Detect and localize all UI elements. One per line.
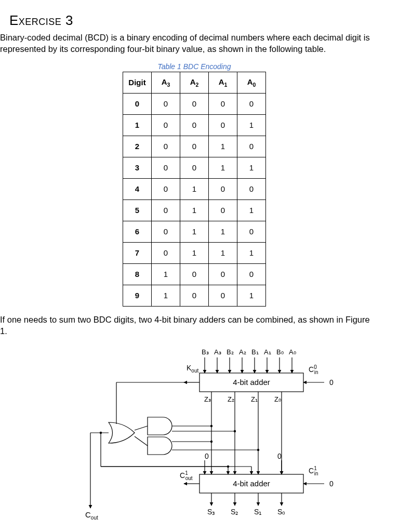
cell-a1: 1 bbox=[209, 157, 237, 178]
cell-digit: 6 bbox=[123, 221, 152, 242]
cell-a0: 1 bbox=[237, 242, 266, 263]
cell-a1: 0 bbox=[209, 263, 237, 285]
z-label: Z₀ bbox=[274, 395, 281, 403]
cell-a0: 0 bbox=[237, 263, 266, 285]
top-input-label: A₀ bbox=[289, 348, 296, 356]
z-label: Z₁ bbox=[251, 395, 258, 403]
cell-a0: 0 bbox=[237, 93, 266, 114]
svg-line-27 bbox=[135, 436, 148, 446]
cell-a3: 0 bbox=[152, 242, 180, 263]
bcd-adder-diagram: 4-bit adder B₃A₃B₂A₂B₁A₁B₀A₀ Kout C0in 0… bbox=[49, 342, 340, 529]
table-row: 50101 bbox=[123, 200, 266, 221]
svg-point-31 bbox=[234, 430, 236, 432]
cell-a2: 0 bbox=[180, 285, 209, 306]
bcd-table: Digit A3 A2 A1 A0 0000010001200103001140… bbox=[123, 72, 266, 307]
cell-a1: 0 bbox=[209, 114, 237, 136]
z-label: Z₃ bbox=[204, 395, 211, 403]
cell-digit: 9 bbox=[123, 285, 152, 306]
top-input-label: B₃ bbox=[202, 348, 209, 356]
col-a2: A2 bbox=[180, 72, 209, 93]
exercise-title: Exercise 3 bbox=[9, 12, 389, 29]
col-a0: A0 bbox=[237, 72, 266, 93]
table-row: 70111 bbox=[123, 242, 266, 263]
cell-a1: 1 bbox=[209, 136, 237, 157]
cell-a2: 1 bbox=[180, 178, 209, 200]
cell-a0: 0 bbox=[237, 136, 266, 157]
table-caption: Table 1 BDC Encoding bbox=[0, 62, 389, 71]
s-label: S₃ bbox=[207, 508, 215, 516]
s-label: S₁ bbox=[254, 508, 262, 516]
top-input-label: B₂ bbox=[227, 348, 234, 356]
cin1-zero: 0 bbox=[329, 480, 334, 488]
cell-a1: 0 bbox=[209, 178, 237, 200]
svg-point-35 bbox=[257, 449, 259, 451]
table-row: 20010 bbox=[123, 136, 266, 157]
cell-a0: 1 bbox=[237, 200, 266, 221]
cell-digit: 1 bbox=[123, 114, 152, 136]
zero-right: 0 bbox=[277, 452, 282, 460]
cin0-label: C0in bbox=[309, 364, 318, 375]
top-input-label: A₃ bbox=[214, 348, 221, 356]
cell-digit: 4 bbox=[123, 178, 152, 200]
cell-a1: 0 bbox=[209, 200, 237, 221]
top-input-label: A₁ bbox=[264, 348, 271, 356]
cell-a0: 0 bbox=[237, 221, 266, 242]
svg-line-26 bbox=[135, 426, 148, 430]
cell-a3: 0 bbox=[152, 221, 180, 242]
cell-digit: 8 bbox=[123, 263, 152, 285]
table-row: 10001 bbox=[123, 114, 266, 136]
table-row: 81000 bbox=[123, 263, 266, 285]
cell-a1: 1 bbox=[209, 242, 237, 263]
top-adder-label: 4-bit adder bbox=[233, 378, 270, 387]
cell-a1: 0 bbox=[209, 285, 237, 306]
cell-a2: 0 bbox=[180, 93, 209, 114]
cell-a3: 0 bbox=[152, 200, 180, 221]
cell-digit: 5 bbox=[123, 200, 152, 221]
svg-point-29 bbox=[210, 425, 212, 427]
s-label: S₂ bbox=[231, 508, 238, 516]
cell-a2: 0 bbox=[180, 263, 209, 285]
cell-a2: 1 bbox=[180, 221, 209, 242]
col-a1: A1 bbox=[209, 72, 237, 93]
table-row: 91001 bbox=[123, 285, 266, 306]
cell-a2: 0 bbox=[180, 136, 209, 157]
top-input-label: A₂ bbox=[239, 348, 246, 356]
cell-a2: 1 bbox=[180, 200, 209, 221]
svg-point-33 bbox=[210, 441, 212, 443]
cell-a0: 0 bbox=[237, 178, 266, 200]
cell-a2: 1 bbox=[180, 242, 209, 263]
table-row: 40100 bbox=[123, 178, 266, 200]
z-label: Z₂ bbox=[228, 395, 234, 403]
cout1-label: C1out bbox=[180, 470, 193, 481]
cell-a0: 1 bbox=[237, 114, 266, 136]
table-row: 30011 bbox=[123, 157, 266, 178]
kout-label: Kout bbox=[187, 364, 198, 374]
cell-a3: 0 bbox=[152, 157, 180, 178]
cell-a3: 0 bbox=[152, 136, 180, 157]
cell-a3: 0 bbox=[152, 93, 180, 114]
and-gate-2 bbox=[148, 437, 172, 455]
col-digit: Digit bbox=[123, 72, 152, 93]
cell-a1: 0 bbox=[209, 93, 237, 114]
cell-digit: 2 bbox=[123, 136, 152, 157]
table-row: 00000 bbox=[123, 93, 266, 114]
zero-left: 0 bbox=[205, 452, 209, 460]
cell-a2: 0 bbox=[180, 114, 209, 136]
svg-point-37 bbox=[100, 432, 102, 434]
cell-a1: 1 bbox=[209, 221, 237, 242]
cell-a3: 1 bbox=[152, 263, 180, 285]
table-row: 60110 bbox=[123, 221, 266, 242]
bottom-adder-label: 4-bit adder bbox=[233, 479, 270, 488]
or-gate bbox=[109, 422, 135, 443]
cin0-zero: 0 bbox=[329, 378, 334, 387]
cell-digit: 0 bbox=[123, 93, 152, 114]
cell-a3: 1 bbox=[152, 285, 180, 306]
cell-a3: 0 bbox=[152, 178, 180, 200]
cell-a0: 1 bbox=[237, 157, 266, 178]
cell-a2: 0 bbox=[180, 157, 209, 178]
cell-digit: 3 bbox=[123, 157, 152, 178]
cell-digit: 7 bbox=[123, 242, 152, 263]
cout-label: Cout bbox=[85, 510, 98, 521]
paragraph-2: If one needs to sum two BDC digits, two … bbox=[0, 314, 378, 337]
cell-a0: 1 bbox=[237, 285, 266, 306]
